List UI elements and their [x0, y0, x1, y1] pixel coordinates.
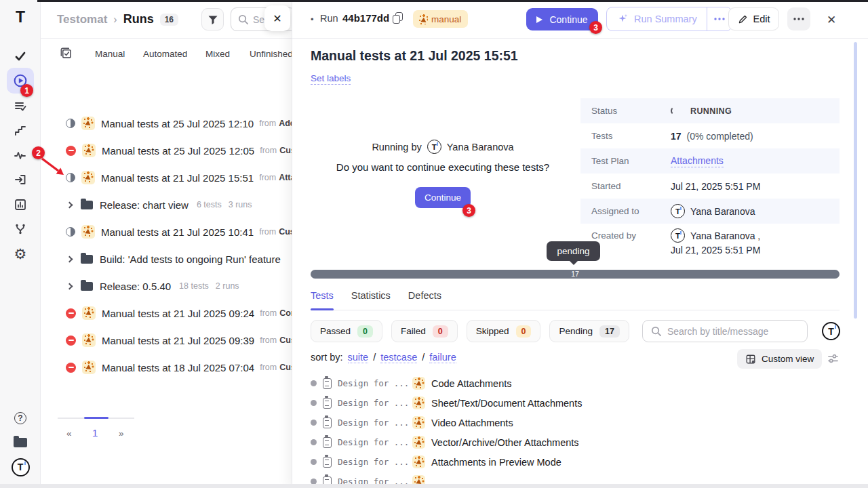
run-source: fromCust	[259, 227, 292, 237]
bar-chart-icon	[14, 198, 27, 211]
folder-meta: 6 tests3 runs	[197, 200, 252, 209]
run-list-item[interactable]: Manual tests at 25 Jul 2025 12:10 fromAd…	[41, 110, 292, 137]
tab-unfinished[interactable]: Unfinished	[250, 49, 292, 59]
manual-test-icon	[412, 416, 425, 429]
annotation-badge-1: 1	[20, 84, 33, 97]
test-name: Attachments in Preview Mode	[431, 457, 561, 468]
assignee-avatar-filter[interactable]: T	[822, 322, 840, 340]
app-logo[interactable]: T	[0, 7, 41, 27]
folder-icon	[81, 282, 93, 291]
folder-title: Build: 'Add tests to ongoing Run' featur…	[100, 253, 281, 265]
sidebar-item-checks[interactable]	[0, 46, 41, 66]
run-list-item[interactable]: Manual tests at 21 Jul 2025 09:24 fromCo…	[41, 300, 292, 327]
edit-run-button[interactable]: Edit	[728, 7, 779, 30]
run-group-folder[interactable]: Build: 'Add tests to ongoing Run' featur…	[41, 245, 292, 272]
sort-by-failure[interactable]: failure	[429, 352, 456, 363]
run-type-tabs: Manual Automated Mixed Unfinished	[41, 46, 292, 65]
more-actions-button[interactable]	[787, 7, 810, 30]
tests-search-input[interactable]	[667, 326, 796, 337]
test-row[interactable]: Design for ... Vector/Archive/Other Atta…	[311, 432, 853, 452]
runs-panel: Testomat › Runs 16 ✕ Manual Automated Mi…	[41, 0, 292, 488]
clipboard-icon	[323, 437, 332, 448]
sort-row: sort by: suite / testcase / failure	[311, 352, 456, 363]
run-group-folder[interactable]: Release: chart view 6 tests3 runs	[41, 191, 292, 218]
manual-run-icon	[82, 306, 96, 320]
test-status-dot	[311, 380, 317, 386]
select-runs-icon[interactable]	[60, 47, 73, 60]
close-search-button[interactable]: ✕	[264, 5, 290, 31]
tests-list: Design for ... Code Attachments Design f…	[311, 373, 853, 488]
test-row[interactable]: Design for ... Video Attachments	[311, 413, 853, 432]
sort-by-testcase[interactable]: testcase	[380, 352, 417, 363]
sidebar-item-test-plans[interactable]	[0, 96, 41, 117]
test-plan-link[interactable]: Attachments	[671, 155, 724, 167]
help-icon: ?	[14, 412, 26, 424]
tab-defects[interactable]: Defects	[408, 290, 441, 310]
test-status-dot	[311, 400, 317, 406]
sidebar-item-projects[interactable]	[0, 432, 41, 453]
pagination-page-1[interactable]: 1	[92, 427, 98, 439]
chevron-right-icon[interactable]	[66, 256, 73, 262]
tab-statistics[interactable]: Statistics	[351, 290, 391, 310]
custom-view-button[interactable]: Custom view	[737, 349, 822, 369]
chevron-right-icon[interactable]	[66, 201, 73, 208]
tab-automated[interactable]: Automated	[143, 49, 187, 59]
continue-prompt-button[interactable]: Continue	[415, 187, 471, 208]
folder-title: Release: 0.5.40	[100, 281, 171, 292]
run-list-item[interactable]: Manual tests at 21 Jul 2025 10:41 fromCu…	[41, 218, 292, 245]
sidebar-item-help[interactable]: ?	[0, 408, 41, 428]
manual-run-icon	[82, 333, 96, 347]
filter-failed-button[interactable]: Failed0	[391, 320, 458, 342]
close-icon: ✕	[273, 12, 281, 25]
filter-button[interactable]	[201, 8, 224, 30]
continue-run-button[interactable]: Continue	[526, 8, 598, 30]
run-summary-button[interactable]: Run Summary	[607, 7, 707, 30]
set-labels-link[interactable]: Set labels	[311, 73, 351, 85]
test-row[interactable]: Design for ... Attachments in Preview Mo…	[311, 452, 853, 472]
started-value: Jul 21, 2025 5:51 PM	[671, 181, 760, 192]
run-id: 44b177dd	[342, 12, 389, 24]
close-detail-button[interactable]: ✕	[821, 9, 842, 30]
tab-mixed[interactable]: Mixed	[205, 49, 230, 59]
detail-scrollbar-thumb[interactable]	[854, 42, 857, 319]
copy-run-id-button[interactable]	[392, 12, 406, 26]
breadcrumb-app[interactable]: Testomat	[57, 13, 107, 26]
run-list-item[interactable]: Manual tests at 18 Jul 2025 07:04 fromCu…	[41, 354, 292, 381]
annotation-arrow	[38, 156, 71, 180]
sidebar-item-settings[interactable]: ⚙	[0, 243, 41, 264]
filter-passed-button[interactable]: Passed0	[311, 320, 382, 342]
sidebar-item-reports[interactable]	[0, 195, 41, 215]
test-status-dot	[311, 420, 317, 426]
run-list-item-selected[interactable]: Manual tests at 21 Jul 2025 15:51 fromAt…	[41, 164, 292, 191]
pagination-prev[interactable]: «	[66, 428, 72, 439]
test-row[interactable]: Design for ... Sheet/Text/Document Attac…	[311, 393, 853, 413]
sidebar-item-profile[interactable]: T	[0, 457, 41, 477]
run-group-folder[interactable]: Release: 0.5.40 18 tests2 runs	[41, 272, 292, 300]
pagination-next[interactable]: »	[119, 428, 124, 439]
folder-icon	[14, 438, 27, 447]
filter-sliders-icon[interactable]	[827, 353, 839, 365]
branch-icon	[14, 222, 27, 236]
sort-by-suite[interactable]: suite	[348, 352, 369, 363]
running-by-line: Running by T Yana Baranova	[311, 140, 575, 154]
filter-pending-button[interactable]: Pending17	[549, 320, 629, 342]
sidebar-item-steps[interactable]	[0, 121, 41, 141]
chevron-right-icon[interactable]	[66, 283, 73, 289]
filter-skipped-button[interactable]: Skipped0	[467, 320, 541, 342]
tests-search[interactable]	[642, 320, 808, 342]
search-icon	[237, 14, 249, 25]
sidebar-item-import[interactable]	[0, 169, 41, 190]
manual-test-icon	[412, 396, 425, 409]
sidebar-item-branches[interactable]	[0, 219, 41, 239]
run-title: Manual tests at 21 Jul 2025 09:39	[102, 335, 254, 346]
run-detail-header: • Run 44b177dd manual Continue 3 Run Sum…	[292, 0, 868, 39]
tab-manual[interactable]: Manual	[95, 49, 125, 59]
tab-tests[interactable]: Tests	[311, 290, 334, 310]
folder-icon	[81, 255, 93, 264]
run-list-item[interactable]: Manual tests at 21 Jul 2025 09:39 fromCu…	[41, 327, 292, 354]
run-detail-panel: • Run 44b177dd manual Continue 3 Run Sum…	[292, 0, 868, 488]
run-list-item[interactable]: Manual tests at 25 Jul 2025 12:05 fromCu…	[41, 137, 292, 164]
test-row[interactable]: Design for ... Code Attachments	[311, 373, 853, 393]
run-title: Manual tests at 21 Jul 2025 15:51	[101, 172, 254, 184]
status-filter-row: Passed0 Failed0 Skipped0 Pending17 T	[311, 320, 840, 342]
